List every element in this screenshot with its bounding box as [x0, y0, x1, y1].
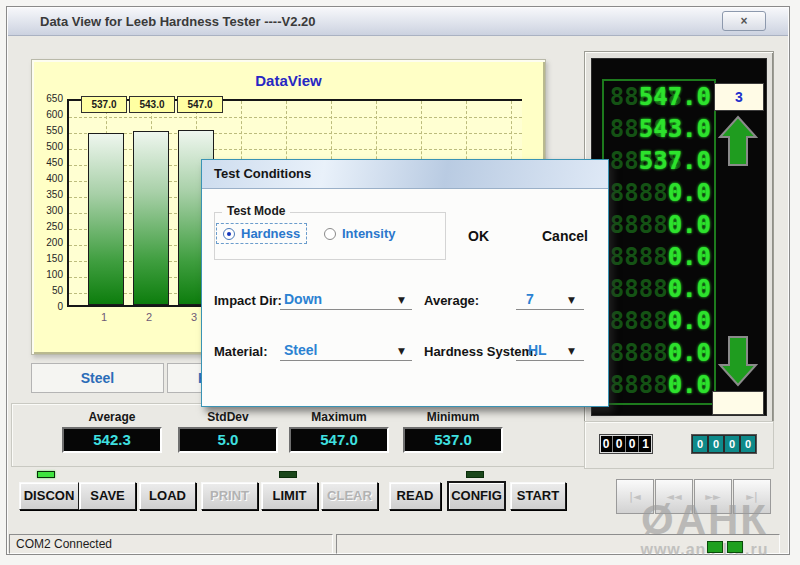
- stat-block: Average542.3: [62, 410, 162, 453]
- print-button: PRINT: [201, 482, 258, 510]
- limit-led-indicator: [279, 471, 297, 478]
- led-display-screen: 88888.8547.088888.8543.088888.8537.08888…: [591, 58, 767, 416]
- stat-label: Average: [62, 410, 162, 424]
- bar-value-label: 547.0: [177, 96, 223, 113]
- read-button[interactable]: READ: [389, 482, 441, 510]
- y-axis-tick-label: 50: [36, 285, 63, 296]
- led-reading-row: 88888.8537.0: [604, 145, 714, 177]
- chart-bar: [88, 133, 124, 305]
- clear-button: CLEAR: [321, 482, 378, 510]
- led-reading-row: 88888.80.0: [604, 369, 714, 401]
- counter-digit: 0: [725, 436, 739, 452]
- led-reading-row: 88888.80.0: [604, 273, 714, 305]
- limit-button[interactable]: LIMIT: [261, 482, 318, 510]
- led-bottom-value-box[interactable]: [712, 391, 764, 415]
- load-button[interactable]: LOAD: [139, 482, 196, 510]
- led-display-panel: 88888.8547.088888.8543.088888.8537.08888…: [584, 51, 774, 423]
- y-axis-tick-label: 500: [36, 141, 63, 152]
- config-button[interactable]: CONFIG: [448, 482, 505, 510]
- counter-digit: 0: [613, 435, 626, 453]
- radio-selected-icon: [223, 228, 235, 240]
- start-button[interactable]: START: [510, 482, 566, 510]
- material-dropdown-icon[interactable]: ▼: [398, 346, 405, 356]
- counter-digit: 0: [600, 435, 613, 453]
- stat-block: StdDev5.0: [178, 410, 278, 453]
- stat-block: Minimum537.0: [403, 410, 503, 453]
- average-dropdown-icon[interactable]: ▼: [568, 295, 575, 305]
- discon-button[interactable]: DISCON: [19, 482, 79, 510]
- config-led-indicator: [466, 471, 484, 478]
- led-reading-value: 0.0: [668, 305, 711, 337]
- stat-value: 542.3: [62, 427, 162, 453]
- status-message: COM2 Connected: [9, 534, 333, 554]
- led-reading-value: 543.0: [639, 113, 711, 145]
- close-button[interactable]: ×: [722, 11, 766, 31]
- y-axis-tick-label: 450: [36, 157, 63, 168]
- material-value[interactable]: Steel: [284, 342, 317, 358]
- dialog-title-bar[interactable]: Test Conditions: [202, 160, 608, 189]
- reading-counter: 0001: [599, 434, 653, 454]
- average-value[interactable]: 7: [526, 291, 534, 307]
- x-axis-tick-label: 1: [101, 311, 107, 323]
- nav-button-3: ►|: [733, 479, 771, 514]
- ok-button[interactable]: OK: [468, 228, 489, 244]
- average-label: Average:: [424, 293, 479, 308]
- tab-steel[interactable]: Steel: [31, 363, 164, 393]
- app-window: Data View for Leeb Hardness Tester ----V…: [6, 6, 790, 555]
- stat-value: 5.0: [178, 427, 278, 453]
- hardness-system-dropdown-icon[interactable]: ▼: [568, 346, 575, 356]
- stat-block: Maximum547.0: [289, 410, 389, 453]
- counter-digit: 0: [693, 436, 707, 452]
- counter-digit: 1: [639, 435, 652, 453]
- radio-hardness[interactable]: Hardness: [216, 223, 307, 244]
- discon-led-indicator: [37, 471, 55, 478]
- x-axis-tick-label: 2: [146, 311, 152, 323]
- scroll-up-arrow-icon[interactable]: [718, 115, 758, 167]
- stat-label: Maximum: [289, 410, 389, 424]
- scroll-down-arrow-icon[interactable]: [718, 335, 758, 387]
- radio-unselected-icon: [324, 228, 336, 240]
- y-axis-tick-label: 550: [36, 125, 63, 136]
- y-axis-tick-label: 300: [36, 205, 63, 216]
- y-axis-tick-label: 400: [36, 173, 63, 184]
- led-reading-value: 0.0: [668, 177, 711, 209]
- material-label: Material:: [214, 344, 267, 359]
- led-reading-row: 88888.80.0: [604, 177, 714, 209]
- cancel-button[interactable]: Cancel: [542, 228, 588, 244]
- y-axis-tick-label: 200: [36, 237, 63, 248]
- stat-value: 547.0: [289, 427, 389, 453]
- nav-button-0: |◄: [616, 479, 654, 514]
- reading-index-box[interactable]: 3: [714, 83, 764, 111]
- led-reading-value: 0.0: [668, 273, 711, 305]
- impact-dir-value[interactable]: Down: [284, 291, 322, 307]
- hardness-system-label: Hardness System:: [424, 344, 537, 359]
- y-axis-tick-label: 100: [36, 269, 63, 280]
- status-led-icon: [727, 541, 743, 553]
- led-reading-value: 547.0: [639, 81, 711, 113]
- impact-dir-dropdown-icon[interactable]: ▼: [398, 295, 405, 305]
- x-axis-tick-label: 3: [191, 311, 197, 323]
- stat-label: Minimum: [403, 410, 503, 424]
- led-reading-row: 88888.80.0: [604, 305, 714, 337]
- status-led-icon: [707, 541, 723, 553]
- counter-digit: 0: [626, 435, 639, 453]
- nav-button-1: ◄◄: [655, 479, 693, 514]
- y-axis-tick-label: 150: [36, 253, 63, 264]
- y-axis-tick-label: 350: [36, 189, 63, 200]
- stat-value: 537.0: [403, 427, 503, 453]
- led-reading-value: 0.0: [668, 209, 711, 241]
- counter-digit: 0: [709, 436, 723, 452]
- impact-dir-label: Impact Dir:: [214, 293, 282, 308]
- y-axis-tick-label: 0: [36, 301, 63, 312]
- hardness-system-value[interactable]: HL: [528, 342, 547, 358]
- y-axis-tick-label: 650: [36, 93, 63, 104]
- counter-digit: 0: [741, 436, 755, 452]
- led-reading-row: 88888.8543.0: [604, 113, 714, 145]
- test-conditions-dialog: Test Conditions Test Mode Hardness Inten…: [201, 159, 609, 407]
- bar-value-label: 543.0: [129, 96, 175, 113]
- bar-value-label: 537.0: [81, 96, 127, 113]
- title-bar: Data View for Leeb Hardness Tester ----V…: [8, 8, 788, 36]
- save-button[interactable]: SAVE: [79, 482, 136, 510]
- led-reading-value: 0.0: [668, 241, 711, 273]
- radio-intensity[interactable]: Intensity: [318, 224, 401, 243]
